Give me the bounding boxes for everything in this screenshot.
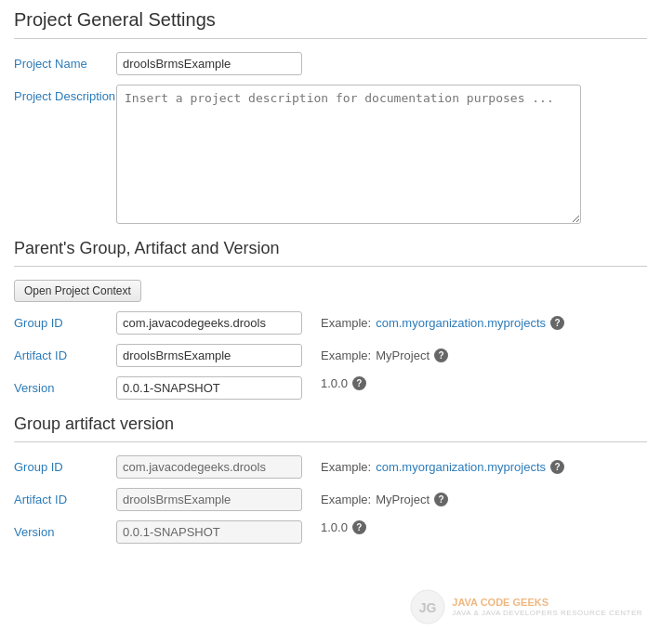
group-artifact-version-wrap	[116, 520, 302, 544]
parents-artifact-id-example-value: MyProject	[376, 348, 430, 362]
svg-text:JG: JG	[419, 600, 437, 615]
group-artifact-artifact-id-example-value: MyProject	[376, 493, 430, 506]
group-artifact-version-static: 1.0.0	[321, 520, 348, 534]
group-artifact-artifact-id-input[interactable]	[116, 488, 302, 511]
project-name-input[interactable]	[116, 52, 302, 75]
group-artifact-section: Group ID Example: com.myorganization.myp…	[14, 455, 647, 544]
group-artifact-artifact-id-example-prefix: Example:	[321, 493, 371, 506]
project-description-row: Project Description	[14, 85, 647, 224]
project-description-label: Project Description	[14, 85, 116, 105]
parents-artifact-id-input[interactable]	[116, 344, 302, 367]
project-description-wrap	[116, 85, 581, 224]
project-description-input[interactable]	[116, 85, 581, 224]
group-artifact-group-id-example: Example: com.myorganization.myprojects ?	[302, 455, 564, 474]
svg-point-0	[411, 590, 444, 624]
parents-version-help-icon[interactable]: ?	[352, 376, 366, 390]
group-artifact-group-id-wrap	[116, 455, 302, 479]
parents-group-id-example-link[interactable]: com.myorganization.myprojects	[376, 316, 546, 330]
project-name-wrap	[116, 52, 302, 75]
parents-group-id-help-icon[interactable]: ?	[550, 316, 564, 330]
parents-artifact-id-example-prefix: Example:	[321, 348, 371, 362]
parents-artifact-id-wrap	[116, 344, 302, 367]
group-artifact-group-id-label: Group ID	[14, 455, 116, 476]
parents-group-id-input[interactable]	[116, 311, 302, 335]
parents-version-label: Version	[14, 376, 116, 397]
group-artifact-group-id-example-link[interactable]: com.myorganization.myprojects	[376, 460, 546, 474]
group-artifact-group-id-input[interactable]	[116, 455, 302, 479]
parents-group-section: Open Project Context Group ID Example: c…	[14, 280, 647, 400]
group-artifact-version-help-icon[interactable]: ?	[352, 520, 366, 534]
parents-artifact-id-row: Artifact ID Example: MyProject ?	[14, 344, 647, 367]
group-artifact-group-id-example-prefix: Example:	[321, 460, 371, 474]
parents-version-wrap	[116, 376, 302, 400]
parents-group-id-row: Group ID Example: com.myorganization.myp…	[14, 311, 647, 335]
parents-group-title: Parent's Group, Artifact and Version	[14, 239, 647, 258]
watermark-brand: Java Code Geeks	[452, 597, 642, 609]
group-artifact-artifact-id-label: Artifact ID	[14, 488, 116, 508]
group-artifact-title: Group artifact version	[14, 414, 647, 434]
watermark: JG Java Code Geeks Java & Java Developer…	[409, 588, 642, 625]
group-artifact-version-row: Version 1.0.0 ?	[14, 520, 647, 544]
page-title: Project General Settings	[14, 9, 647, 31]
parents-version-input[interactable]	[116, 376, 302, 400]
project-general-section: Project Name Project Description	[14, 52, 647, 224]
parents-version-row: Version 1.0.0 ?	[14, 376, 647, 400]
watermark-logo: JG	[409, 588, 446, 625]
project-name-label: Project Name	[14, 52, 116, 72]
group-artifact-artifact-id-help-icon[interactable]: ?	[434, 493, 448, 506]
parents-artifact-id-example: Example: MyProject ?	[302, 344, 448, 362]
group-artifact-version-label: Version	[14, 520, 116, 541]
group-artifact-group-id-row: Group ID Example: com.myorganization.myp…	[14, 455, 647, 479]
parents-group-id-example: Example: com.myorganization.myprojects ?	[302, 311, 564, 330]
group-artifact-artifact-id-row: Artifact ID Example: MyProject ?	[14, 488, 647, 511]
parents-artifact-id-label: Artifact ID	[14, 344, 116, 364]
parents-version-static-wrap: 1.0.0 ?	[302, 376, 366, 390]
open-project-context-button[interactable]: Open Project Context	[14, 280, 141, 302]
parents-artifact-id-help-icon[interactable]: ?	[434, 348, 448, 362]
group-artifact-artifact-id-wrap	[116, 488, 302, 511]
watermark-sub: Java & Java Developers Resource Center	[452, 609, 642, 617]
parents-group-id-example-prefix: Example:	[321, 316, 371, 330]
group-artifact-group-id-help-icon[interactable]: ?	[550, 460, 564, 474]
parents-version-static: 1.0.0	[321, 376, 348, 390]
group-artifact-artifact-id-example: Example: MyProject ?	[302, 488, 448, 506]
group-artifact-version-static-wrap: 1.0.0 ?	[302, 520, 366, 534]
project-name-row: Project Name	[14, 52, 647, 75]
parents-group-id-wrap	[116, 311, 302, 335]
parents-group-id-label: Group ID	[14, 311, 116, 332]
group-artifact-version-input[interactable]	[116, 520, 302, 544]
